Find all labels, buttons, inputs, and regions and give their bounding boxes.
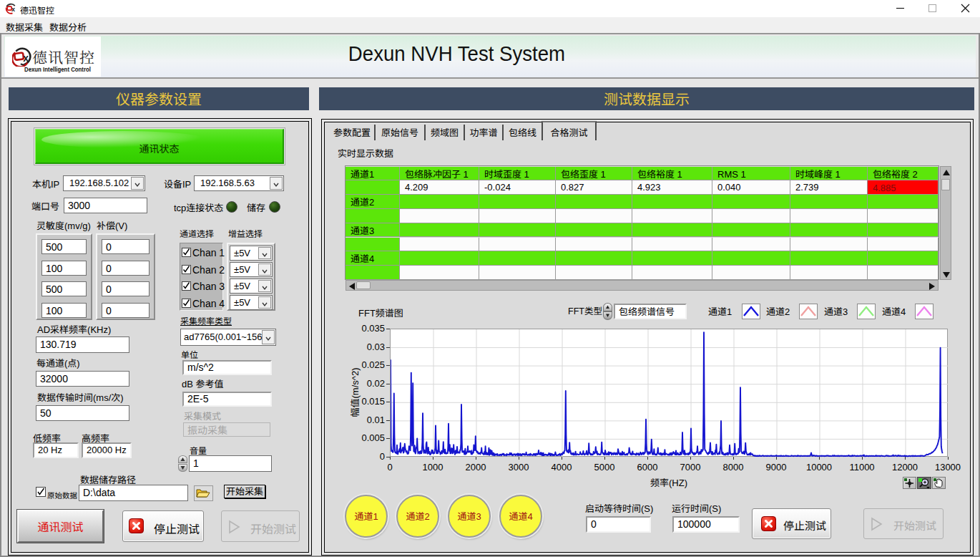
svg-text:x: x <box>11 6 15 13</box>
svg-text:x: x <box>23 52 29 64</box>
